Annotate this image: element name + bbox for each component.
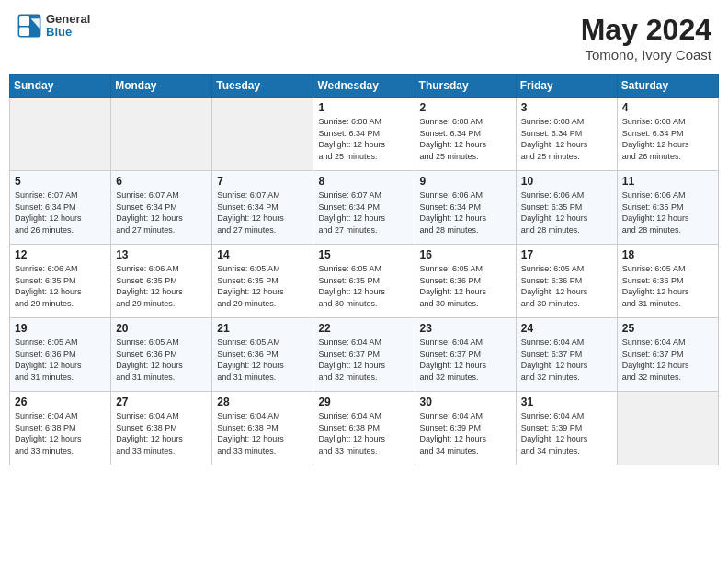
calendar-cell: 9Sunrise: 6:06 AM Sunset: 6:34 PM Daylig… xyxy=(415,171,516,245)
day-info: Sunrise: 6:05 AM Sunset: 6:36 PM Dayligh… xyxy=(521,263,612,309)
calendar-cell: 20Sunrise: 6:05 AM Sunset: 6:36 PM Dayli… xyxy=(111,318,212,392)
day-info: Sunrise: 6:08 AM Sunset: 6:34 PM Dayligh… xyxy=(420,116,511,162)
day-info: Sunrise: 6:05 AM Sunset: 6:35 PM Dayligh… xyxy=(217,263,308,309)
weekday-header-monday: Monday xyxy=(111,75,212,98)
weekday-header-sunday: Sunday xyxy=(10,75,111,98)
day-info: Sunrise: 6:05 AM Sunset: 6:35 PM Dayligh… xyxy=(318,263,409,309)
calendar-week-3: 12Sunrise: 6:06 AM Sunset: 6:35 PM Dayli… xyxy=(10,245,719,318)
day-info: Sunrise: 6:04 AM Sunset: 6:38 PM Dayligh… xyxy=(217,410,308,456)
day-number: 14 xyxy=(217,248,308,261)
day-info: Sunrise: 6:04 AM Sunset: 6:37 PM Dayligh… xyxy=(420,337,511,383)
calendar-cell: 22Sunrise: 6:04 AM Sunset: 6:37 PM Dayli… xyxy=(313,318,415,392)
day-number: 26 xyxy=(15,396,106,408)
calendar-cell: 28Sunrise: 6:04 AM Sunset: 6:38 PM Dayli… xyxy=(212,392,313,465)
day-number: 24 xyxy=(521,322,612,335)
day-info: Sunrise: 6:04 AM Sunset: 6:39 PM Dayligh… xyxy=(420,410,511,456)
day-number: 22 xyxy=(318,322,409,335)
day-number: 4 xyxy=(622,101,713,114)
logo-text: General Blue xyxy=(46,13,90,40)
calendar-title: May 2024 xyxy=(581,13,711,47)
day-info: Sunrise: 6:05 AM Sunset: 6:36 PM Dayligh… xyxy=(15,337,106,383)
calendar-cell: 4Sunrise: 6:08 AM Sunset: 6:34 PM Daylig… xyxy=(617,98,718,171)
calendar-cell: 14Sunrise: 6:05 AM Sunset: 6:35 PM Dayli… xyxy=(212,245,313,318)
calendar-cell: 21Sunrise: 6:05 AM Sunset: 6:36 PM Dayli… xyxy=(212,318,313,392)
day-info: Sunrise: 6:04 AM Sunset: 6:37 PM Dayligh… xyxy=(622,337,713,383)
day-number: 15 xyxy=(318,248,409,261)
calendar-table: SundayMondayTuesdayWednesdayThursdayFrid… xyxy=(9,74,719,465)
calendar-cell: 24Sunrise: 6:04 AM Sunset: 6:37 PM Dayli… xyxy=(516,318,617,392)
day-number: 2 xyxy=(420,101,511,114)
calendar-cell: 27Sunrise: 6:04 AM Sunset: 6:38 PM Dayli… xyxy=(111,392,212,465)
day-info: Sunrise: 6:05 AM Sunset: 6:36 PM Dayligh… xyxy=(622,263,713,309)
day-number: 31 xyxy=(521,396,612,408)
svg-rect-3 xyxy=(19,28,29,36)
calendar-week-2: 5Sunrise: 6:07 AM Sunset: 6:34 PM Daylig… xyxy=(10,171,719,245)
svg-rect-2 xyxy=(19,16,29,26)
calendar-cell: 29Sunrise: 6:04 AM Sunset: 6:38 PM Dayli… xyxy=(313,392,415,465)
calendar-cell: 25Sunrise: 6:04 AM Sunset: 6:37 PM Dayli… xyxy=(617,318,718,392)
day-info: Sunrise: 6:05 AM Sunset: 6:36 PM Dayligh… xyxy=(116,337,207,383)
calendar-cell xyxy=(617,392,718,465)
calendar-cell: 8Sunrise: 6:07 AM Sunset: 6:34 PM Daylig… xyxy=(313,171,415,245)
day-info: Sunrise: 6:04 AM Sunset: 6:38 PM Dayligh… xyxy=(15,410,106,456)
day-number: 18 xyxy=(622,248,713,261)
day-info: Sunrise: 6:04 AM Sunset: 6:39 PM Dayligh… xyxy=(521,410,612,456)
day-number: 17 xyxy=(521,248,612,261)
day-number: 23 xyxy=(420,322,511,335)
calendar-cell xyxy=(111,98,212,171)
day-info: Sunrise: 6:04 AM Sunset: 6:37 PM Dayligh… xyxy=(521,337,612,383)
day-info: Sunrise: 6:04 AM Sunset: 6:38 PM Dayligh… xyxy=(116,410,207,456)
calendar-cell: 23Sunrise: 6:04 AM Sunset: 6:37 PM Dayli… xyxy=(415,318,516,392)
weekday-header-saturday: Saturday xyxy=(617,75,718,98)
day-info: Sunrise: 6:08 AM Sunset: 6:34 PM Dayligh… xyxy=(521,116,612,162)
calendar-week-1: 1Sunrise: 6:08 AM Sunset: 6:34 PM Daylig… xyxy=(10,98,719,171)
day-number: 27 xyxy=(116,396,207,408)
weekday-header-row: SundayMondayTuesdayWednesdayThursdayFrid… xyxy=(10,75,719,98)
logo: General Blue xyxy=(17,13,90,40)
day-number: 12 xyxy=(15,248,106,261)
logo-icon xyxy=(17,13,42,39)
calendar-cell: 16Sunrise: 6:05 AM Sunset: 6:36 PM Dayli… xyxy=(415,245,516,318)
calendar-cell: 10Sunrise: 6:06 AM Sunset: 6:35 PM Dayli… xyxy=(516,171,617,245)
calendar-cell xyxy=(10,98,111,171)
day-info: Sunrise: 6:05 AM Sunset: 6:36 PM Dayligh… xyxy=(420,263,511,309)
day-info: Sunrise: 6:08 AM Sunset: 6:34 PM Dayligh… xyxy=(622,116,713,162)
calendar-cell: 11Sunrise: 6:06 AM Sunset: 6:35 PM Dayli… xyxy=(617,171,718,245)
calendar-cell: 17Sunrise: 6:05 AM Sunset: 6:36 PM Dayli… xyxy=(516,245,617,318)
calendar-cell: 3Sunrise: 6:08 AM Sunset: 6:34 PM Daylig… xyxy=(516,98,617,171)
day-number: 21 xyxy=(217,322,308,335)
day-info: Sunrise: 6:07 AM Sunset: 6:34 PM Dayligh… xyxy=(318,190,409,236)
day-number: 5 xyxy=(15,175,106,188)
calendar-cell: 13Sunrise: 6:06 AM Sunset: 6:35 PM Dayli… xyxy=(111,245,212,318)
calendar-cell: 6Sunrise: 6:07 AM Sunset: 6:34 PM Daylig… xyxy=(111,171,212,245)
day-number: 3 xyxy=(521,101,612,114)
day-info: Sunrise: 6:05 AM Sunset: 6:36 PM Dayligh… xyxy=(217,337,308,383)
day-info: Sunrise: 6:07 AM Sunset: 6:34 PM Dayligh… xyxy=(15,190,106,236)
calendar-cell: 31Sunrise: 6:04 AM Sunset: 6:39 PM Dayli… xyxy=(516,392,617,465)
day-info: Sunrise: 6:07 AM Sunset: 6:34 PM Dayligh… xyxy=(116,190,207,236)
calendar-subtitle: Tomono, Ivory Coast xyxy=(581,47,711,63)
calendar-cell: 5Sunrise: 6:07 AM Sunset: 6:34 PM Daylig… xyxy=(10,171,111,245)
day-info: Sunrise: 6:06 AM Sunset: 6:35 PM Dayligh… xyxy=(521,190,612,236)
calendar-cell: 1Sunrise: 6:08 AM Sunset: 6:34 PM Daylig… xyxy=(313,98,415,171)
calendar-cell xyxy=(212,98,313,171)
day-number: 29 xyxy=(318,396,409,408)
day-info: Sunrise: 6:06 AM Sunset: 6:35 PM Dayligh… xyxy=(116,263,207,309)
day-info: Sunrise: 6:04 AM Sunset: 6:37 PM Dayligh… xyxy=(318,337,409,383)
day-number: 6 xyxy=(116,175,207,188)
calendar-cell: 12Sunrise: 6:06 AM Sunset: 6:35 PM Dayli… xyxy=(10,245,111,318)
page-header: General Blue May 2024 Tomono, Ivory Coas… xyxy=(9,9,719,66)
weekday-header-friday: Friday xyxy=(516,75,617,98)
day-number: 19 xyxy=(15,322,106,335)
calendar-cell: 7Sunrise: 6:07 AM Sunset: 6:34 PM Daylig… xyxy=(212,171,313,245)
calendar-cell: 19Sunrise: 6:05 AM Sunset: 6:36 PM Dayli… xyxy=(10,318,111,392)
calendar-cell: 26Sunrise: 6:04 AM Sunset: 6:38 PM Dayli… xyxy=(10,392,111,465)
day-number: 8 xyxy=(318,175,409,188)
day-number: 1 xyxy=(318,101,409,114)
day-number: 9 xyxy=(420,175,511,188)
day-number: 20 xyxy=(116,322,207,335)
day-info: Sunrise: 6:07 AM Sunset: 6:34 PM Dayligh… xyxy=(217,190,308,236)
logo-general: General xyxy=(46,13,90,26)
day-number: 13 xyxy=(116,248,207,261)
calendar-cell: 30Sunrise: 6:04 AM Sunset: 6:39 PM Dayli… xyxy=(415,392,516,465)
